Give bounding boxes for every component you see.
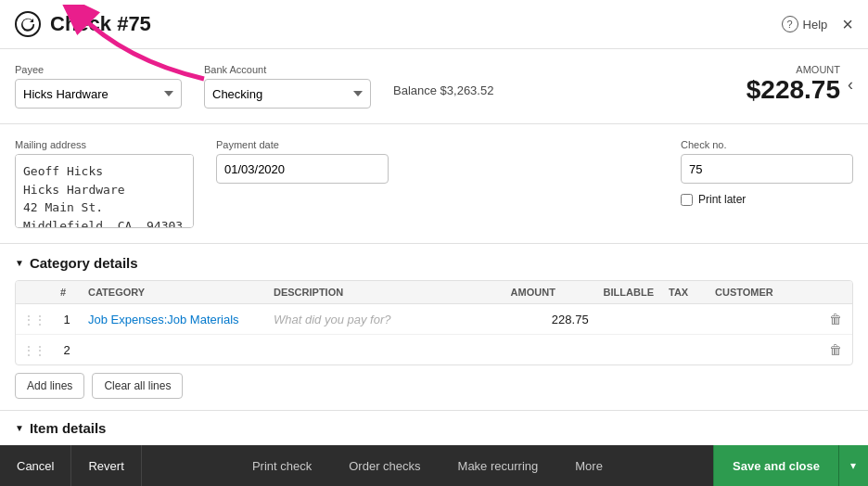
row1-delete-button[interactable]: 🗑 [829,312,842,326]
col-billable-header: BILLABLE [596,281,661,304]
category-title-text: Category details [30,255,138,271]
footer-center: Print check Order checks Make recurring … [234,445,621,486]
triangle-icon-2: ▼ [15,423,24,433]
row1-amount[interactable]: 228.75 [504,304,596,335]
row1-category[interactable]: Job Expenses:Job Materials [81,304,266,335]
print-later-label[interactable]: Print later [681,193,853,206]
category-section: ▼ Category details # CATEGORY DESCRIPTIO… [0,244,868,411]
row1-tax[interactable] [661,304,708,335]
item-section-title[interactable]: ▼ Item details [15,420,853,436]
payee-select[interactable]: Hicks Hardware [15,79,182,109]
row1-drag: ⋮⋮ [16,304,53,335]
check-no-input[interactable] [681,154,853,184]
balance-text: Balance $3,263.52 [393,83,493,97]
add-lines-button[interactable]: Add lines [15,373,84,399]
form-section-2: Mailing address Geoff Hicks Hicks Hardwa… [0,124,868,244]
payee-group: Payee Hicks Hardware [15,64,182,109]
col-customer-header: CUSTOMER [708,281,819,304]
row1-billable[interactable] [596,304,661,335]
mailing-textarea[interactable]: Geoff Hicks Hicks Hardware 42 Main St. M… [15,154,194,228]
item-section: ▼ Item details [0,411,868,445]
amount-label: AMOUNT [747,64,840,75]
row2-drag: ⋮⋮ [16,335,53,365]
print-check-button[interactable]: Print check [234,445,330,486]
bank-account-group: Bank Account Checking [204,64,371,109]
amount-block: AMOUNT $228.75 ‹ [747,64,853,105]
category-table-wrapper: # CATEGORY DESCRIPTION AMOUNT BILLABLE T… [15,280,853,365]
order-checks-button[interactable]: Order checks [330,445,439,486]
footer-left: Cancel Revert [0,445,142,486]
row2-description[interactable] [266,335,504,365]
row1-delete[interactable]: 🗑 [819,304,852,335]
row2-billable[interactable] [596,335,661,365]
bank-account-label: Bank Account [204,64,371,75]
category-section-title[interactable]: ▼ Category details [15,255,853,271]
col-hash: # [53,281,81,304]
help-button[interactable]: ? Help [782,16,828,32]
col-drag [16,281,53,304]
footer: Cancel Revert Print check Order checks M… [0,445,868,486]
save-and-close-button[interactable]: Save and close [713,445,838,486]
payment-date-input[interactable] [216,154,389,184]
payment-date-label: Payment date [216,139,389,150]
print-later-text: Print later [698,193,746,206]
col-amount-header: AMOUNT [504,281,596,304]
col-description-header: DESCRIPTION [266,281,504,304]
check-no-group: Check no. Print later [681,139,853,206]
drag-handle-icon[interactable]: ⋮⋮ [23,313,45,326]
row1-num: 1 [53,304,81,335]
form-section-1: Payee Hicks Hardware Bank Account Checki… [0,49,868,124]
check-no-label: Check no. [681,139,853,150]
category-table: # CATEGORY DESCRIPTION AMOUNT BILLABLE T… [16,281,852,364]
row2-delete[interactable]: 🗑 [819,335,852,365]
payee-label: Payee [15,64,182,75]
form-row-1: Payee Hicks Hardware Bank Account Checki… [15,64,853,109]
drag-handle-icon-2[interactable]: ⋮⋮ [23,344,45,357]
col-category-header: CATEGORY [81,281,266,304]
cancel-button[interactable]: Cancel [0,445,71,486]
col-tax-header: TAX [661,281,708,304]
close-button[interactable]: × [842,15,853,33]
header: Check #75 ? Help × [0,0,868,49]
description-placeholder: What did you pay for? [274,313,390,326]
make-recurring-button[interactable]: Make recurring [440,445,557,486]
row1-customer[interactable] [708,304,819,335]
row2-customer[interactable] [708,335,819,365]
row2-delete-button[interactable]: 🗑 [829,342,842,357]
more-button[interactable]: More [556,445,621,486]
help-icon: ? [782,16,798,32]
header-right: ? Help × [782,15,853,33]
item-title-text: Item details [30,420,107,436]
revert-button[interactable]: Revert [71,445,141,486]
table-row: ⋮⋮ 1 Job Expenses:Job Materials What did… [16,304,852,335]
payment-date-group: Payment date [216,139,389,184]
amount-chevron-button[interactable]: ‹ [848,75,853,95]
mailing-group: Mailing address Geoff Hicks Hicks Hardwa… [15,139,194,228]
bank-account-select[interactable]: Checking [204,79,371,109]
row2-tax[interactable] [661,335,708,365]
table-actions: Add lines Clear all lines [15,373,853,399]
mailing-label: Mailing address [15,139,194,150]
save-dropdown-button[interactable]: ▾ [838,445,868,486]
footer-right: Save and close ▾ [713,445,868,486]
row2-amount[interactable] [504,335,596,365]
form-row-2: Mailing address Geoff Hicks Hicks Hardwa… [15,139,853,228]
triangle-icon: ▼ [15,258,24,268]
table-row: ⋮⋮ 2 🗑 [16,335,852,365]
table-header-row: # CATEGORY DESCRIPTION AMOUNT BILLABLE T… [16,281,852,304]
row2-category[interactable] [81,335,266,365]
page-title: Check #75 [50,12,151,36]
row1-description[interactable]: What did you pay for? [266,304,504,335]
header-left: Check #75 [15,11,151,37]
help-label: Help [803,18,828,32]
col-delete-header [819,281,852,304]
clear-all-button[interactable]: Clear all lines [92,373,183,399]
row2-num: 2 [53,335,81,365]
amount-value: $228.75 [747,75,840,105]
print-later-checkbox[interactable] [681,194,693,206]
refresh-icon [15,11,41,37]
